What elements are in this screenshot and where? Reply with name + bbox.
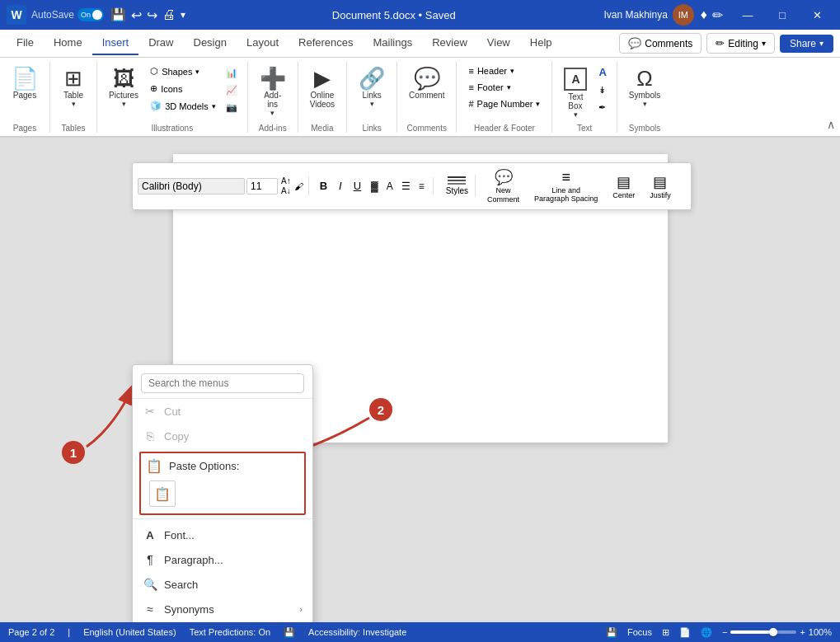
paragraph-menu-item[interactable]: ¶ Paragraph... xyxy=(133,547,312,572)
search-menu-item[interactable]: 🔍 Search xyxy=(133,572,312,597)
pages-icon: 📄 xyxy=(12,68,38,89)
underline-button[interactable]: U xyxy=(349,177,366,194)
ribbon-collapse-button[interactable]: ∧ xyxy=(827,118,835,131)
ribbon-group-tables: ⊞ Table ▾ Tables xyxy=(50,61,97,133)
font-shrink-icon[interactable]: A↓ xyxy=(281,186,291,195)
language-label: English (United States) xyxy=(83,627,176,637)
word-logo: W xyxy=(7,5,26,25)
italic-button[interactable]: I xyxy=(334,177,347,194)
font-menu-item[interactable]: A Font... xyxy=(133,523,312,547)
font-color-button[interactable]: A xyxy=(383,179,397,194)
footer-button[interactable]: ≡ Footer ▾ xyxy=(463,81,545,94)
addins-button[interactable]: ➕ Add- ins ▾ xyxy=(255,64,291,120)
textbox-button[interactable]: A TextBox ▾ xyxy=(559,64,592,122)
view-print-icon[interactable]: 📄 xyxy=(679,627,691,638)
shapes-button[interactable]: ⬡ Shapes ▾ xyxy=(145,64,221,78)
online-videos-button[interactable]: ▶ OnlineVideos xyxy=(305,64,340,112)
page-number-dropdown-icon: ▾ xyxy=(536,100,540,108)
close-button[interactable]: ✕ xyxy=(800,0,833,30)
bold-button[interactable]: B xyxy=(315,177,332,194)
print-icon[interactable]: 🖨 xyxy=(162,7,176,22)
center-align-button[interactable]: ▤ Center xyxy=(606,171,641,201)
symbols-dropdown-icon: ▾ xyxy=(643,100,647,108)
line-spacing-toolbar-button[interactable]: ≡ Line andParagraph Spacing xyxy=(528,167,604,206)
center-align-icon: ▤ xyxy=(617,173,631,191)
synonyms-menu-item[interactable]: ≈ Synonyms › xyxy=(133,597,312,621)
table-button[interactable]: ⊞ Table ▾ xyxy=(57,64,90,111)
app-wrapper: W AutoSave On 💾 ↩ ↪ 🖨 ▾ Document 5.docx … xyxy=(0,0,840,642)
bullets-button[interactable]: ☰ xyxy=(398,179,414,194)
pages-button[interactable]: 📄 Pages xyxy=(7,64,43,103)
links-button[interactable]: 🔗 Links ▾ xyxy=(354,64,390,111)
minimize-button[interactable]: — xyxy=(731,0,764,30)
paste-keep-source-button[interactable]: 📋 xyxy=(149,480,176,507)
editing-button[interactable]: ✏ Editing ▾ xyxy=(706,33,775,54)
autosave-toggle[interactable]: On xyxy=(77,8,104,21)
diamond-icon[interactable]: ♦ xyxy=(701,7,707,22)
header-button[interactable]: ≡ Header ▾ xyxy=(463,64,545,77)
smartart-button[interactable]: 📊 xyxy=(223,66,241,80)
ribbon-group-label-addins: Add-ins xyxy=(259,124,287,133)
font-size-input[interactable] xyxy=(246,178,278,194)
tab-mailings[interactable]: Mailings xyxy=(364,31,423,55)
maximize-button[interactable]: □ xyxy=(766,0,799,30)
ribbon-content: 📄 Pages Pages ⊞ Table ▾ Tables 🖼 xyxy=(0,58,840,138)
view-web-icon[interactable]: 🌐 xyxy=(701,627,712,638)
share-button[interactable]: Share ▾ xyxy=(780,35,833,53)
styles-button[interactable]: Styles xyxy=(439,175,476,197)
tab-design[interactable]: Design xyxy=(184,31,237,55)
new-comment-toolbar-button[interactable]: 💬 NewComment xyxy=(481,166,526,206)
wordart-icon: A xyxy=(598,66,606,78)
tab-help[interactable]: Help xyxy=(520,31,562,55)
comment-insert-button[interactable]: 💬 Comment xyxy=(404,64,449,103)
customize-icon[interactable]: ▾ xyxy=(181,9,185,21)
pictures-button[interactable]: 🖼 Pictures ▾ xyxy=(104,64,143,111)
zoom-out-button[interactable]: − xyxy=(722,627,727,637)
user-name: Ivan Makhinya xyxy=(603,9,667,21)
3d-models-button[interactable]: 🧊 3D Models ▾ xyxy=(145,99,221,113)
tab-review[interactable]: Review xyxy=(422,31,477,55)
comments-button[interactable]: 💬 Comments xyxy=(619,33,702,54)
document-area[interactable]: ✂ Cut ⎘ Copy 📋 Paste Options: xyxy=(0,138,840,622)
header-icon: ≡ xyxy=(468,66,473,76)
font-name-select[interactable]: Calibri (Body) xyxy=(138,178,245,194)
cut-menu-item[interactable]: ✂ Cut xyxy=(133,399,312,424)
signature-button[interactable]: ✒ xyxy=(595,101,609,115)
justify-button[interactable]: ▤ Justify xyxy=(643,171,678,201)
context-menu-search-input[interactable] xyxy=(141,373,304,393)
copy-menu-item[interactable]: ⎘ Copy xyxy=(133,424,312,448)
paste-options-header: 📋 Paste Options: xyxy=(146,458,299,474)
context-menu: ✂ Cut ⎘ Copy 📋 Paste Options: xyxy=(132,364,313,622)
table-dropdown-icon: ▾ xyxy=(72,100,76,108)
wordart-button[interactable]: A xyxy=(595,64,609,80)
focus-label[interactable]: Focus xyxy=(627,627,652,637)
clear-format-icon[interactable]: 🖌 xyxy=(294,181,303,191)
tab-home[interactable]: Home xyxy=(44,31,92,55)
tab-insert[interactable]: Insert xyxy=(92,31,139,55)
view-layout-icon[interactable]: ⊞ xyxy=(662,627,669,638)
numbering-button[interactable]: ≡ xyxy=(415,179,428,194)
tab-file[interactable]: File xyxy=(7,31,44,55)
tab-view[interactable]: View xyxy=(477,31,520,55)
highlight-button[interactable]: ▓ xyxy=(368,179,382,194)
zoom-in-button[interactable]: + xyxy=(800,627,805,637)
symbols-button[interactable]: Ω Symbols ▾ xyxy=(624,64,665,111)
ribbon-group-media: ▶ OnlineVideos Media xyxy=(298,61,347,133)
font-grow-icon[interactable]: A↑ xyxy=(281,176,291,185)
dropcap-button[interactable]: ↡ xyxy=(595,83,609,97)
smartart-icon: 📊 xyxy=(226,68,237,77)
redo-icon[interactable]: ↪ xyxy=(147,7,157,23)
icons-button[interactable]: ⊕ Icons xyxy=(145,82,221,96)
zoom-thumb[interactable] xyxy=(769,628,777,636)
undo-icon[interactable]: ↩ xyxy=(131,7,142,23)
comment-icon: 💬 xyxy=(628,37,641,49)
page-number-button[interactable]: # Page Number ▾ xyxy=(463,97,545,110)
pen-icon[interactable]: ✏ xyxy=(712,7,723,23)
tab-references[interactable]: References xyxy=(289,31,363,55)
zoom-slider[interactable] xyxy=(730,630,796,634)
save-icon[interactable]: 💾 xyxy=(110,7,126,22)
chart-button[interactable]: 📈 xyxy=(223,83,241,97)
tab-layout[interactable]: Layout xyxy=(237,31,289,55)
screenshot-button[interactable]: 📷 xyxy=(223,101,241,115)
tab-draw[interactable]: Draw xyxy=(138,31,183,55)
